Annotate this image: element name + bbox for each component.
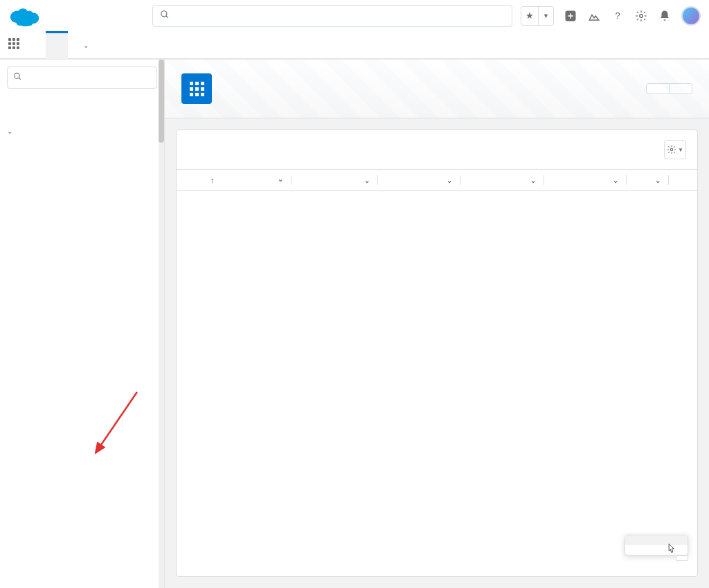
- app-launcher-icon[interactable]: [8, 38, 22, 52]
- user-avatar[interactable]: [681, 6, 701, 26]
- col-actions: [669, 170, 697, 191]
- favorites-button[interactable]: ★ ▼: [521, 6, 554, 26]
- setup-nav-bar: ⌄: [0, 32, 709, 60]
- tab-home[interactable]: [46, 31, 68, 59]
- header-actions: ★ ▼ ?: [521, 6, 701, 26]
- col-last-modified[interactable]: ⌄: [460, 170, 544, 191]
- salesforce-logo: [8, 6, 42, 26]
- chevron-down-icon: ▼: [678, 147, 683, 153]
- bell-icon[interactable]: [658, 9, 672, 23]
- apps-table: ↑⌄ ⌄ ⌄ ⌄ ⌄ ⌄: [177, 169, 697, 191]
- add-icon[interactable]: [564, 9, 577, 23]
- chevron-down-icon: ⌄: [613, 177, 618, 184]
- global-header: ★ ▼ ?: [0, 0, 709, 32]
- svg-point-6: [670, 148, 673, 151]
- heading-platform-tools: [0, 109, 164, 123]
- col-app-name[interactable]: ↑⌄: [208, 170, 291, 191]
- quick-find-input[interactable]: [26, 73, 151, 83]
- help-icon[interactable]: ?: [611, 9, 625, 23]
- svg-line-1: [166, 16, 168, 18]
- star-icon: ★: [521, 10, 538, 21]
- chevron-down-icon: ⌄: [447, 177, 452, 184]
- new-lightning-app-button[interactable]: [646, 83, 670, 94]
- tab-object-manager[interactable]: ⌄: [68, 31, 100, 59]
- chevron-down-icon: ⌄: [655, 177, 661, 184]
- setup-sidebar: ⌄: [0, 60, 165, 588]
- col-rownum: [177, 170, 208, 191]
- chevron-down-icon: ⌄: [278, 175, 283, 183]
- search-icon: [160, 10, 170, 21]
- col-developer[interactable]: ⌄: [291, 170, 378, 191]
- tooltip-edit: [676, 555, 688, 561]
- main-content: ▼ ↑⌄ ⌄ ⌄ ⌄ ⌄ ⌄: [165, 60, 709, 588]
- chevron-down-icon: ⌄: [530, 177, 536, 184]
- gear-icon[interactable]: [634, 9, 648, 23]
- app-manager-icon: [181, 73, 212, 104]
- quick-find[interactable]: [7, 66, 157, 89]
- new-connected-app-button[interactable]: [670, 83, 692, 94]
- global-search[interactable]: [152, 5, 512, 27]
- row-action-menu: [625, 535, 688, 555]
- sidebar-scrollbar[interactable]: [159, 60, 164, 588]
- chevron-down-icon: ⌄: [7, 127, 15, 135]
- app-list-panel: ▼ ↑⌄ ⌄ ⌄ ⌄ ⌄ ⌄: [176, 130, 698, 577]
- search-icon: [13, 72, 22, 83]
- sidebar-item-apps[interactable]: ⌄: [0, 123, 164, 139]
- chevron-down-icon: ⌄: [83, 42, 89, 49]
- list-settings-button[interactable]: ▼: [664, 140, 686, 159]
- col-app-type[interactable]: ⌄: [544, 170, 627, 191]
- menu-item-edit[interactable]: [625, 535, 688, 545]
- chevron-down-icon: ⌄: [364, 177, 370, 184]
- svg-point-3: [640, 14, 643, 17]
- svg-line-5: [19, 78, 21, 80]
- svg-point-0: [161, 11, 167, 17]
- chevron-down-icon: ▼: [539, 12, 553, 19]
- trailhead-icon[interactable]: [587, 9, 601, 23]
- col-visible[interactable]: ⌄: [627, 170, 669, 191]
- col-description[interactable]: ⌄: [378, 170, 460, 191]
- svg-point-4: [15, 73, 20, 79]
- heading-administration: [0, 96, 164, 109]
- menu-item-delete[interactable]: [625, 545, 688, 555]
- search-input[interactable]: [175, 10, 505, 21]
- page-header: [165, 60, 709, 118]
